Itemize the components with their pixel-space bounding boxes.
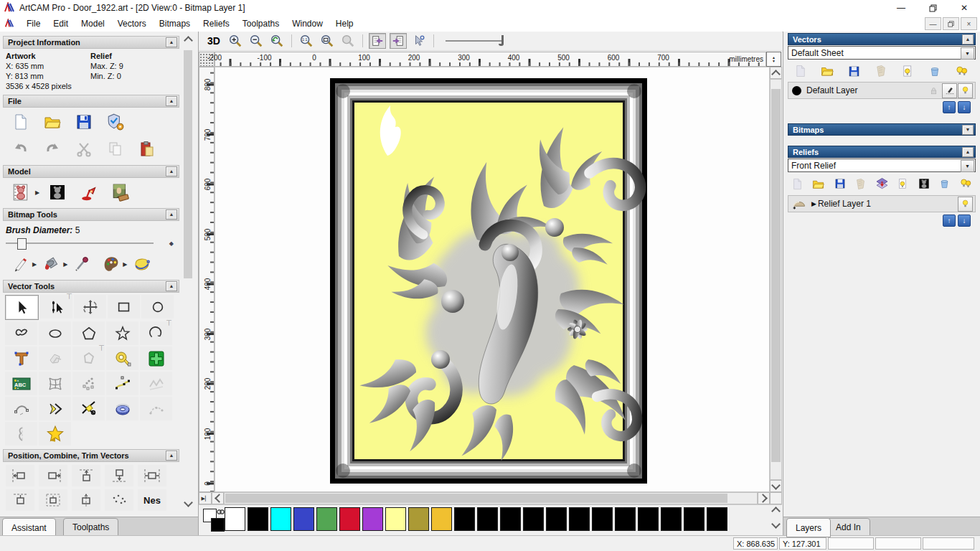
- align-center-v-button[interactable]: [6, 489, 34, 511]
- toggle-3d-view-button[interactable]: 3D: [204, 35, 223, 47]
- vector-select-tool[interactable]: [5, 295, 39, 320]
- vector-layer-row[interactable]: Default Layer: [788, 82, 976, 99]
- model-wizard-button[interactable]: [105, 112, 126, 132]
- palette-swatch-20[interactable]: [684, 507, 705, 531]
- zoom-out-button[interactable]: [248, 33, 265, 49]
- slider-track[interactable]: [6, 242, 154, 244]
- collapse-button[interactable]: ▲: [166, 166, 177, 176]
- flood-fill-button[interactable]: [41, 254, 62, 274]
- window-minimize-button[interactable]: —: [885, 0, 917, 16]
- open-vectors-button[interactable]: [819, 61, 836, 81]
- vector-fit-line-tool[interactable]: [140, 372, 172, 395]
- palette-swatch-21[interactable]: [707, 507, 727, 531]
- palette-swatch-9[interactable]: [431, 507, 452, 531]
- section-header-position[interactable]: Position, Combine, Trim Vectors ▲: [3, 449, 179, 462]
- palette-swatch-2[interactable]: [270, 507, 291, 531]
- vector-distort-tool[interactable]: [39, 372, 71, 395]
- toggle-relief-visibility-button[interactable]: [895, 174, 911, 194]
- palette-swatch-1[interactable]: [248, 507, 268, 531]
- window-restore-button[interactable]: [917, 0, 948, 16]
- tab-add-in[interactable]: Add In: [826, 518, 870, 536]
- relief-select[interactable]: Front Relief ▼: [788, 159, 976, 172]
- mdi-restore-button[interactable]: [943, 17, 959, 30]
- snap-layer-button[interactable]: [942, 83, 957, 98]
- palette-swatch-6[interactable]: [362, 507, 383, 531]
- collapse-button[interactable]: ▲: [962, 147, 974, 157]
- tab-assistant[interactable]: Assistant: [2, 518, 56, 535]
- open-relief-button[interactable]: [810, 174, 827, 194]
- zoom-previous-button[interactable]: [268, 33, 286, 49]
- window-close-button[interactable]: ✕: [948, 0, 980, 16]
- drawing-viewport[interactable]: [215, 67, 770, 492]
- bitmaps-panel-header[interactable]: Bitmaps ▼: [788, 123, 976, 136]
- menu-file[interactable]: File: [20, 17, 47, 31]
- ruler-toggle-button[interactable]: ▶▏: [199, 492, 212, 504]
- vector-circle-tool[interactable]: [141, 295, 174, 319]
- lighting-button[interactable]: [78, 182, 100, 202]
- slider-track[interactable]: [446, 40, 501, 42]
- secondary-colour-swatch[interactable]: [211, 518, 225, 532]
- vector-join-chevron-tool[interactable]: [39, 397, 71, 420]
- greyscale-model-button[interactable]: [47, 182, 68, 202]
- greyscale-preview-button[interactable]: [916, 174, 932, 194]
- menu-bitmaps[interactable]: Bitmaps: [153, 17, 197, 31]
- align-center-box-button[interactable]: [39, 489, 67, 511]
- save-vectors-button[interactable]: [846, 61, 863, 81]
- assistant-scrollbar[interactable]: [182, 32, 194, 517]
- vector-paste-along-curve-tool[interactable]: [72, 372, 105, 395]
- slider-handle[interactable]: [17, 238, 27, 250]
- vector-ellipse-tool[interactable]: [39, 321, 71, 345]
- palette-swatch-7[interactable]: [385, 507, 406, 531]
- scroll-up-icon[interactable]: [184, 36, 193, 45]
- menu-model[interactable]: Model: [75, 17, 111, 31]
- palette-swatch-14[interactable]: [546, 507, 567, 531]
- palette-swatch-11[interactable]: [477, 507, 498, 531]
- palette-button[interactable]: [100, 254, 122, 274]
- new-model-button[interactable]: [10, 112, 32, 132]
- link-colours-icon[interactable]: [217, 509, 225, 515]
- open-model-button[interactable]: [42, 112, 63, 132]
- vector-text-tool[interactable]: [5, 347, 37, 370]
- palette-swatch-19[interactable]: [661, 507, 682, 531]
- zoom-fit-button[interactable]: [319, 33, 336, 49]
- collapse-button[interactable]: ▲: [166, 37, 177, 47]
- tab-toolpaths[interactable]: Toolpaths: [63, 518, 118, 535]
- collapse-button[interactable]: ▲: [166, 96, 177, 106]
- horizontal-ruler[interactable]: millimetres -200-10001002003004005006007…: [215, 52, 766, 67]
- scroll-down-button[interactable]: [770, 480, 782, 492]
- palette-swatch-15[interactable]: [569, 507, 590, 531]
- vertical-ruler[interactable]: 8007006005004003002001000: [199, 67, 215, 492]
- vector-node-edit-tool[interactable]: ⏉: [40, 295, 72, 319]
- vector-measure-tool[interactable]: [106, 347, 138, 370]
- next-bitmap-layer-button[interactable]: [390, 33, 407, 49]
- import-relief-button[interactable]: [852, 174, 868, 194]
- ruler-units-button[interactable]: ▲▼: [766, 52, 781, 67]
- section-header-bitmap-tools[interactable]: Bitmap Tools ▲: [3, 208, 179, 221]
- save-relief-button[interactable]: [832, 174, 848, 194]
- palette-scroll[interactable]: [773, 508, 779, 527]
- previous-bitmap-layer-button[interactable]: [369, 33, 386, 49]
- show-all-reliefs-button[interactable]: [957, 174, 974, 194]
- load-texture-button[interactable]: [110, 182, 131, 202]
- texture-flood-button[interactable]: [131, 254, 153, 274]
- vector-sheet-select[interactable]: Default Sheet ▼: [788, 46, 976, 60]
- vector-polygon-tool[interactable]: [72, 321, 105, 345]
- collapse-button[interactable]: ▲: [962, 34, 974, 44]
- vector-transform-tool[interactable]: [74, 295, 106, 319]
- move-layer-down-button[interactable]: ↓: [958, 215, 971, 227]
- palette-swatch-10[interactable]: [454, 507, 475, 531]
- scroll-down-icon[interactable]: [184, 498, 193, 507]
- save-model-button[interactable]: [73, 112, 95, 132]
- paste-button[interactable]: [136, 139, 158, 159]
- vector-revolve-tool[interactable]: [106, 397, 138, 420]
- vector-freehand-tool[interactable]: [5, 321, 37, 345]
- transfer-relief-button[interactable]: [873, 174, 890, 194]
- cut-button[interactable]: [73, 139, 95, 159]
- reliefs-panel-header[interactable]: Reliefs ▲: [788, 146, 976, 158]
- dropdown-arrow-icon[interactable]: ▼: [961, 160, 974, 172]
- section-header-model[interactable]: Model ▲: [3, 165, 179, 178]
- menu-help[interactable]: Help: [329, 17, 360, 31]
- colour-picker-button[interactable]: [72, 254, 93, 274]
- move-layer-up-button[interactable]: ↑: [943, 101, 956, 113]
- menu-vectors[interactable]: Vectors: [111, 17, 153, 31]
